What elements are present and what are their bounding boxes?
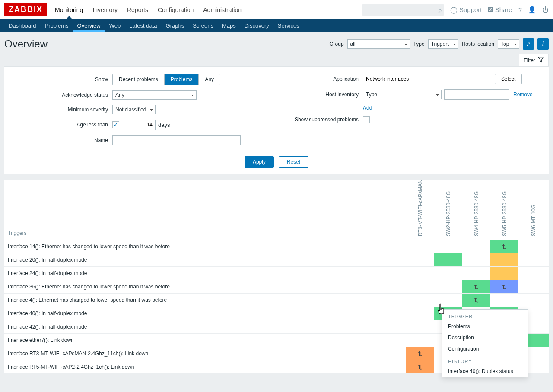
search-icon[interactable]: ⌕ bbox=[438, 6, 442, 13]
status-cell bbox=[518, 294, 549, 307]
trigger-name[interactable]: Interface 42(): In half-duplex mode bbox=[4, 320, 406, 334]
kiosk-icon[interactable]: i bbox=[537, 38, 549, 50]
updown-icon: ⇅ bbox=[490, 243, 518, 250]
trigger-name[interactable]: Interface 14(): Ethernet has changed to … bbox=[4, 240, 406, 253]
nav-inventory[interactable]: Inventory bbox=[92, 1, 118, 19]
host-col-1[interactable]: SW2-HP-2530-48G bbox=[434, 180, 462, 240]
status-cell bbox=[406, 253, 434, 267]
name-input[interactable] bbox=[112, 135, 241, 145]
ack-select[interactable]: Any bbox=[112, 90, 197, 100]
show-any[interactable]: Any bbox=[199, 74, 220, 85]
trigger-name[interactable]: Interface RT3-MT-WIFI-cAPsMAN-2.4Ghz_11c… bbox=[4, 347, 406, 360]
trigger-name[interactable]: Interface 40(): In half-duplex mode bbox=[4, 307, 406, 320]
table-row: Interface 20(): In half-duplex mode bbox=[4, 253, 549, 267]
app-input[interactable] bbox=[363, 74, 491, 84]
type-select[interactable]: Triggers bbox=[428, 39, 458, 49]
host-col-4[interactable]: SW6-MT-10G bbox=[518, 180, 549, 240]
type-label: Type bbox=[413, 41, 425, 47]
search-input[interactable] bbox=[362, 4, 444, 16]
nav-monitoring[interactable]: Monitoring bbox=[55, 1, 83, 19]
popup-history-section: HISTORY bbox=[442, 354, 528, 366]
subnav-problems[interactable]: Problems bbox=[41, 20, 73, 32]
status-cell bbox=[406, 280, 434, 294]
trigger-name[interactable]: Interface ether7(): Link down bbox=[4, 334, 406, 347]
subnav-screens[interactable]: Screens bbox=[188, 20, 218, 32]
subnav-dashboard[interactable]: Dashboard bbox=[4, 20, 41, 32]
host-col-2[interactable]: SW4-HP-2530-48G bbox=[462, 180, 490, 240]
triggers-header[interactable]: Triggers bbox=[4, 180, 406, 240]
show-problems[interactable]: Problems bbox=[165, 74, 199, 85]
help-icon[interactable]: ? bbox=[518, 6, 522, 13]
status-cell[interactable]: ⇅ bbox=[406, 360, 434, 374]
apply-button[interactable]: Apply bbox=[245, 156, 274, 168]
status-cell[interactable]: ⇅ bbox=[406, 347, 434, 360]
status-cell bbox=[462, 253, 490, 267]
user-icon[interactable]: 👤 bbox=[528, 6, 536, 14]
trigger-name[interactable]: Interface 20(): In half-duplex mode bbox=[4, 253, 406, 267]
status-cell[interactable]: ⇅ bbox=[462, 294, 490, 307]
status-cell[interactable]: ⇅ bbox=[490, 280, 518, 294]
nav-configuration[interactable]: Configuration bbox=[158, 1, 194, 19]
host-col-0[interactable]: RT3-MT-WIFI-cAPsMAN bbox=[406, 180, 434, 240]
filter-toggle[interactable]: Filter bbox=[519, 54, 549, 66]
share-link[interactable]: Z Share bbox=[488, 6, 512, 13]
updown-icon: ⇅ bbox=[462, 284, 490, 290]
inv-type-select[interactable]: Type bbox=[363, 90, 442, 99]
status-cell[interactable] bbox=[490, 253, 518, 267]
subnav-latest-data[interactable]: Latest data bbox=[125, 20, 161, 32]
popup-history-item[interactable]: Interface 40(): Duplex status bbox=[442, 366, 528, 377]
subnav-maps[interactable]: Maps bbox=[218, 20, 240, 32]
select-button[interactable]: Select bbox=[495, 74, 522, 84]
show-radiogroup[interactable]: Recent problems Problems Any bbox=[112, 74, 220, 85]
updown-icon: ⇅ bbox=[406, 364, 434, 370]
status-cell[interactable] bbox=[490, 267, 518, 280]
filter-icon bbox=[538, 57, 544, 64]
trigger-name[interactable]: Interface RT5-MT-WIFI-cAP2-2.4Ghz_1ch():… bbox=[4, 360, 406, 374]
nav-reports[interactable]: Reports bbox=[127, 1, 148, 19]
trigger-name[interactable]: Interface 36(): Ethernet has changed to … bbox=[4, 280, 406, 294]
logout-icon[interactable]: ⏻ bbox=[542, 6, 549, 13]
inv-value-input[interactable] bbox=[444, 89, 509, 100]
subnav-services[interactable]: Services bbox=[273, 20, 304, 32]
trigger-name[interactable]: Interface 24(): In half-duplex mode bbox=[4, 267, 406, 280]
trigger-name[interactable]: Interface 4(): Ethernet has changed to l… bbox=[4, 294, 406, 307]
age-unit: days bbox=[158, 122, 170, 128]
status-cell[interactable]: ⇅ bbox=[462, 280, 490, 294]
nav-administration[interactable]: Administration bbox=[203, 1, 242, 19]
supp-checkbox[interactable] bbox=[363, 116, 370, 123]
reset-button[interactable]: Reset bbox=[279, 156, 308, 168]
status-cell bbox=[406, 334, 434, 347]
updown-icon: ⇅ bbox=[490, 284, 518, 290]
filter-label: Filter bbox=[524, 57, 535, 63]
subnav-web[interactable]: Web bbox=[105, 20, 125, 32]
page-title: Overview bbox=[4, 38, 329, 50]
context-menu: TRIGGER Problems Description Configurati… bbox=[442, 309, 528, 377]
popup-description[interactable]: Description bbox=[442, 332, 528, 343]
subnav-discovery[interactable]: Discovery bbox=[240, 20, 273, 32]
status-cell bbox=[434, 267, 462, 280]
age-input[interactable] bbox=[122, 120, 156, 130]
hosts-loc-select[interactable]: Top bbox=[498, 39, 519, 49]
hosts-loc-label: Hosts location bbox=[462, 41, 494, 47]
status-cell[interactable]: ⇅ bbox=[490, 240, 518, 253]
popup-configuration[interactable]: Configuration bbox=[442, 343, 528, 354]
table-row: Interface 24(): In half-duplex mode bbox=[4, 267, 549, 280]
status-cell[interactable] bbox=[434, 253, 462, 267]
subnav-overview[interactable]: Overview bbox=[73, 20, 105, 32]
remove-link[interactable]: Remove bbox=[513, 92, 533, 98]
add-link[interactable]: Add bbox=[363, 105, 372, 111]
subnav-graphs[interactable]: Graphs bbox=[162, 20, 189, 32]
group-select[interactable]: all bbox=[347, 39, 410, 49]
support-link[interactable]: ◯ Support bbox=[450, 6, 482, 14]
supp-label: Show suppressed problems bbox=[285, 117, 363, 123]
updown-icon: ⇅ bbox=[406, 351, 434, 357]
sev-label: Minimum severity bbox=[13, 107, 112, 113]
popup-problems[interactable]: Problems bbox=[442, 321, 528, 332]
host-col-3[interactable]: SW5-HP-2530-48G bbox=[490, 180, 518, 240]
age-checkbox[interactable]: ✓ bbox=[112, 121, 119, 128]
show-recent[interactable]: Recent problems bbox=[113, 74, 165, 85]
status-cell bbox=[434, 240, 462, 253]
fullscreen-icon[interactable]: ⤢ bbox=[523, 38, 534, 50]
sev-select[interactable]: Not classified bbox=[112, 105, 156, 114]
logo[interactable]: ZABBIX bbox=[4, 3, 47, 16]
